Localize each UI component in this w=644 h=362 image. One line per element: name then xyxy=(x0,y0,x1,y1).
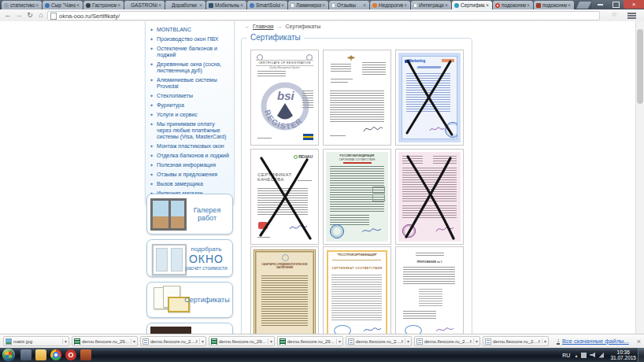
tab-close-icon[interactable]: × xyxy=(117,3,121,8)
tab-close-icon[interactable]: × xyxy=(157,3,162,8)
certificate-thumbnail-marketing[interactable]: Marketing xyxy=(395,50,464,146)
tab-close-icon[interactable]: × xyxy=(76,3,80,8)
download-caret-icon[interactable]: ▾ xyxy=(131,338,135,344)
breadcrumb-home-link[interactable]: Главная xyxy=(253,24,274,29)
tab-close-icon[interactable]: × xyxy=(239,3,244,8)
browser-tab[interactable]: Отзывы × xyxy=(329,1,369,9)
browser-tab[interactable]: Интеграци × xyxy=(411,1,451,9)
download-item[interactable]: demo.flexcore.ru_2....html ▾ xyxy=(346,336,412,346)
show-desktop-button[interactable] xyxy=(638,348,644,362)
address-bar[interactable]: okna-ooo.ru/Sertifikaty/ xyxy=(47,11,600,20)
bookmark-star-icon[interactable]: ☆ xyxy=(611,10,617,18)
window-minimize-button[interactable] xyxy=(592,0,608,9)
download-item[interactable]: demo.flexcore.ru_29....csv ▾ xyxy=(209,336,275,346)
sidebar-menu-item[interactable]: ✦ Отзывы и предложения xyxy=(150,170,230,179)
tab-close-icon[interactable]: × xyxy=(444,3,449,8)
download-caret-icon[interactable]: ▾ xyxy=(268,338,272,344)
folder-icon[interactable] xyxy=(35,349,46,360)
sidebar-menu-item[interactable]: ✦ Отделка балконов и лоджий xyxy=(150,151,230,161)
certificate-thumbnail-conformity[interactable]: РОССИЙСКАЯ ФЕДЕРАЦИЯ СЕРТИФИКАТ СООТВЕТС… xyxy=(323,149,391,245)
download-item[interactable]: demo.flexcore.ru_2....html ▾ xyxy=(140,336,206,346)
browser-tab[interactable]: Ламинирова × xyxy=(288,1,328,9)
browser-tab[interactable]: статистика × xyxy=(2,1,42,9)
tab-close-icon[interactable]: × xyxy=(485,3,490,8)
chrome-icon[interactable] xyxy=(50,349,61,360)
language-indicator[interactable]: RU xyxy=(562,353,570,358)
download-item[interactable]: demo.flexcore.ru_29....csv ▾ xyxy=(72,336,138,346)
home-button[interactable]: ⌂ xyxy=(35,9,46,20)
sidebar-menu-item[interactable]: ✦ Мы принимаем оплату через любые платёж… xyxy=(150,120,230,142)
sidebar-menu-item[interactable]: ✦ Фурнитура xyxy=(150,101,230,110)
window-calculator-promo[interactable]: подобрать ОКНО расчет стоимости xyxy=(146,239,233,277)
sidebar-menu-item[interactable]: ✦ Производство окон ПВХ xyxy=(150,35,230,44)
browser-tab[interactable]: SmartSoluti × xyxy=(247,1,287,9)
browser-tab[interactable]: GASTRONOM × xyxy=(124,1,165,9)
download-caret-icon[interactable]: ▾ xyxy=(405,338,409,344)
window-maximize-button[interactable] xyxy=(608,0,624,9)
tab-close-icon[interactable]: × xyxy=(362,3,367,8)
show-all-downloads-link[interactable]: ↓ Все скачанные файлы... xyxy=(557,338,629,345)
certificate-thumbnail-sanitary[interactable]: САНИТАРНО-ЭПИДЕМИОЛОГИЧЕСКОЕ ЗАКЛЮЧЕНИЕ xyxy=(250,246,319,334)
sidebar-menu-item[interactable]: ✦ Стеклопакеты xyxy=(150,91,230,101)
download-item[interactable]: matiz.jpg ▾ xyxy=(3,336,69,346)
download-caret-icon[interactable]: ▾ xyxy=(62,338,67,344)
tab-close-icon[interactable]: × xyxy=(35,3,39,8)
browser-menu-icon[interactable] xyxy=(627,13,636,14)
sidebar-menu-item[interactable]: ✦ Вызов замерщика xyxy=(150,179,230,189)
browser-tab[interactable]: Сертификат × xyxy=(452,1,492,9)
sidebar-menu-item[interactable]: ✦ Услуги и сервис xyxy=(150,110,230,120)
download-item[interactable]: demo.flexcore.ru_2....html ▾ xyxy=(414,336,480,346)
network-icon[interactable] xyxy=(598,353,604,358)
refresh-button[interactable]: ↻ xyxy=(24,9,35,20)
action-center-icon[interactable] xyxy=(581,353,587,358)
sidebar-menu-item[interactable]: ✦ Деревянные окна (сосна, лиственница ду… xyxy=(150,60,230,76)
browser-tab[interactable]: Сыр "Чанах" × xyxy=(43,1,83,9)
tab-close-icon[interactable]: × xyxy=(526,3,531,8)
certificate-thumbnail-letter[interactable] xyxy=(323,50,391,146)
tab-close-icon[interactable]: × xyxy=(403,3,408,8)
sidebar-menu-item[interactable]: ✦ Алюминиевые системы Provedal xyxy=(150,76,230,91)
download-caret-icon[interactable]: ▾ xyxy=(542,338,546,344)
tab-close-icon[interactable]: × xyxy=(321,3,326,8)
page-scrollbar[interactable] xyxy=(635,21,644,334)
certificate-thumbnail-bsi[interactable]: CERTIFICATE OF REGISTRATION Quality Mana… xyxy=(250,50,319,146)
browser-tab[interactable]: Доработки × xyxy=(165,1,205,9)
sidebar-menu-item[interactable]: ✦ Полезная информация xyxy=(150,161,230,170)
certificate-thumbnail-rehau[interactable]: REHAU СЕРТИФИКАТ КАЧЕСТВА xyxy=(250,149,319,245)
downloads-shelf-close-icon[interactable]: × xyxy=(637,338,641,345)
browser-tab[interactable]: подоконни × xyxy=(534,1,574,9)
tab-close-icon[interactable]: × xyxy=(567,3,572,8)
hidden-icons-icon[interactable]: ▴ xyxy=(575,353,577,358)
download-caret-icon[interactable]: ▾ xyxy=(473,338,478,344)
browser-tab[interactable]: Недорогие × xyxy=(370,1,410,9)
certificate-thumbnail-annex[interactable]: ПРИЛОЖЕНИЕ № 1 xyxy=(395,246,464,334)
browser-tab[interactable]: Мобильный × xyxy=(206,1,246,9)
gallery-promo[interactable]: Галерея работ xyxy=(146,194,233,235)
forward-button[interactable]: → xyxy=(13,9,24,20)
scrollbar-thumb[interactable] xyxy=(637,29,643,104)
tab-close-icon[interactable]: × xyxy=(280,3,285,8)
download-item[interactable]: demo.flexcore.ru_2....html ▾ xyxy=(483,336,549,346)
browser-tab[interactable]: подоконни × xyxy=(493,1,533,9)
sidebar-menu-item[interactable]: ✦ Монтаж пластиковых окон xyxy=(150,142,230,151)
window-close-button[interactable]: × xyxy=(624,0,644,9)
certificate-thumbnail-rosstroy[interactable]: "РОССТРОЙСЕРТИФИКАЦИЯ" СЕРТИФИКАТ СООТВЕ… xyxy=(323,246,391,334)
new-tab-button[interactable] xyxy=(576,2,591,9)
taskbar-app-icon[interactable] xyxy=(80,349,91,360)
download-caret-icon[interactable]: ▾ xyxy=(199,338,204,344)
download-item[interactable]: demo.flexcore.ru_29....csv ▾ xyxy=(277,336,343,346)
start-button[interactable] xyxy=(2,349,15,361)
browser-tab[interactable]: Гастрономи × xyxy=(83,1,124,9)
online-consultant-promo[interactable]: ONLINE xyxy=(146,323,233,334)
certificate-thumbnail-pink[interactable] xyxy=(395,149,464,245)
sidebar-menu-item[interactable]: ✦ MONTBLANC xyxy=(150,25,230,35)
volume-icon[interactable] xyxy=(590,353,595,358)
back-button[interactable]: ← xyxy=(2,9,13,20)
certificates-promo[interactable]: Сертификаты xyxy=(146,282,233,318)
tab-close-icon[interactable]: × xyxy=(198,3,203,8)
opera-icon[interactable]: O xyxy=(65,349,76,360)
clock[interactable]: 10:36 31.07.2015 xyxy=(610,349,636,360)
sidebar-menu-item[interactable]: ✦ Остекление балконов и лоджий xyxy=(150,44,230,60)
download-caret-icon[interactable]: ▾ xyxy=(336,338,341,344)
taskbar-app-icon[interactable] xyxy=(20,349,31,360)
